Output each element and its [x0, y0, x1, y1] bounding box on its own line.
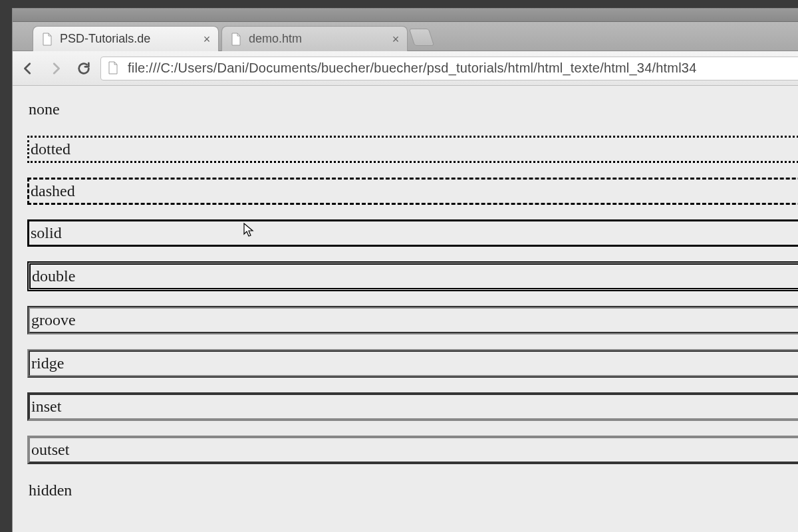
file-icon [108, 61, 120, 76]
close-icon[interactable]: × [391, 35, 400, 44]
border-sample-groove: groove [27, 306, 798, 334]
browser-toolbar: file:///C:/Users/Dani/Documents/buecher/… [13, 51, 798, 86]
border-sample-hidden: hidden [27, 479, 798, 502]
border-label: solid [31, 224, 62, 241]
window-titlebar [13, 9, 798, 22]
file-icon [41, 32, 53, 47]
border-sample-solid: solid [27, 219, 798, 247]
border-label: groove [31, 311, 76, 329]
border-sample-double: double [27, 261, 798, 291]
tab-title: PSD-Tutorials.de [60, 32, 150, 46]
back-button[interactable] [17, 57, 39, 80]
border-label: hidden [29, 481, 72, 499]
address-bar[interactable]: file:///C:/Users/Dani/Documents/buecher/… [100, 57, 798, 80]
tab-title: demo.htm [249, 32, 302, 46]
border-sample-none: none [27, 98, 798, 121]
tab-strip: PSD-Tutorials.de × demo.htm × [13, 22, 798, 51]
border-label: outset [31, 441, 69, 458]
border-label: double [32, 267, 75, 285]
url-text: file:///C:/Users/Dani/Documents/buecher/… [128, 61, 696, 76]
tab-active[interactable]: PSD-Tutorials.de × [33, 26, 219, 51]
border-label: inset [31, 398, 61, 415]
border-sample-dashed: dashed [27, 178, 798, 205]
border-label: ridge [31, 354, 64, 372]
reload-button[interactable] [72, 57, 95, 80]
close-icon[interactable]: × [202, 35, 211, 44]
border-sample-ridge: ridge [27, 349, 798, 378]
forward-button[interactable] [45, 57, 67, 80]
border-label: none [29, 100, 60, 118]
file-icon [230, 32, 242, 47]
tab-inactive[interactable]: demo.htm × [221, 26, 408, 51]
new-tab-button[interactable] [409, 29, 434, 46]
border-sample-outset: outset [27, 436, 798, 464]
border-label: dotted [31, 140, 70, 158]
border-sample-dotted: dotted [27, 136, 798, 163]
border-label: dashed [31, 182, 75, 200]
border-sample-inset: inset [27, 392, 798, 421]
page-content: none dotted dashed solid double groove r… [13, 86, 798, 532]
